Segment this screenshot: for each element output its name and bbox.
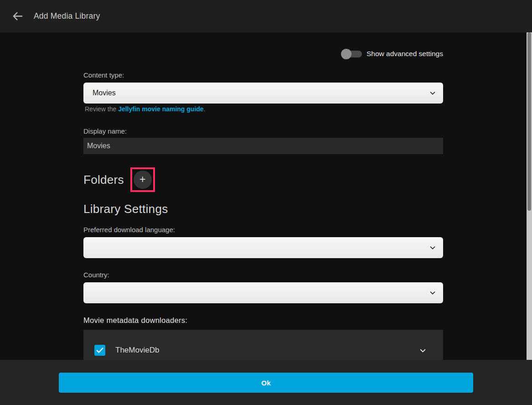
content-type-select[interactable]: Movies (83, 83, 443, 104)
metadata-downloaders-label: Movie metadata downloaders: (83, 316, 187, 324)
header: Add Media Library (0, 0, 532, 32)
advanced-settings-toggle[interactable] (341, 51, 362, 57)
folders-heading: Folders (83, 173, 124, 187)
naming-guide-helper: Review the Jellyfin movie naming guide. (85, 105, 206, 113)
chevron-down-icon (429, 244, 437, 252)
advanced-settings-row: Show advanced settings (341, 47, 443, 60)
advanced-settings-label: Show advanced settings (367, 50, 443, 58)
scrollbar[interactable] (527, 32, 532, 360)
content-type-label: Content type: (83, 71, 124, 79)
content-type-value: Movies (93, 89, 116, 97)
naming-guide-link[interactable]: Jellyfin movie naming guide (118, 105, 203, 113)
preferred-language-select[interactable] (83, 237, 443, 258)
display-name-input[interactable] (83, 138, 443, 154)
expand-downloader-button[interactable] (418, 346, 427, 355)
themoviedb-checkbox[interactable] (94, 345, 105, 356)
folders-section: Folders + (83, 167, 155, 192)
chevron-down-icon (418, 346, 427, 355)
toggle-knob (341, 49, 351, 59)
preferred-language-label: Preferred download language: (83, 226, 175, 234)
helper-suffix: . (204, 105, 206, 113)
helper-prefix: Review the (85, 105, 118, 113)
chevron-down-icon (429, 89, 437, 97)
library-settings-heading: Library Settings (83, 202, 168, 216)
metadata-downloader-card: TheMovieDb (83, 330, 443, 360)
chevron-down-icon (429, 289, 437, 297)
themoviedb-label: TheMovieDb (115, 346, 159, 355)
country-label: Country: (83, 271, 109, 279)
arrow-left-icon (11, 10, 24, 22)
country-select[interactable] (83, 282, 443, 303)
back-button[interactable] (7, 6, 27, 26)
add-folder-button[interactable]: + (130, 167, 155, 192)
add-media-library-screen: Add Media Library Show advanced settings… (0, 0, 532, 405)
add-library-form: Show advanced settings Content type: Mov… (83, 32, 443, 360)
checkmark-icon (95, 346, 104, 355)
scrollbar-thumb[interactable] (527, 32, 531, 211)
form-scroll-area: Show advanced settings Content type: Mov… (0, 32, 527, 360)
plus-icon: + (134, 171, 152, 189)
footer: Ok (0, 360, 532, 405)
display-name-label: Display name: (83, 127, 127, 135)
ok-button[interactable]: Ok (59, 373, 473, 393)
page-title: Add Media Library (34, 11, 100, 21)
